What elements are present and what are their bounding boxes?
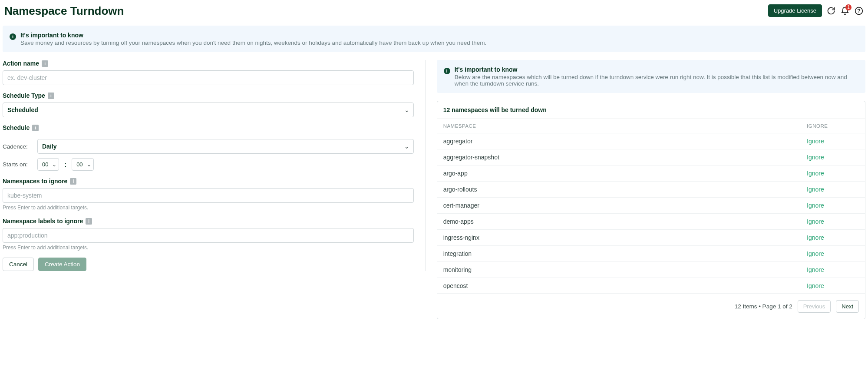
table-row: argo-appIgnore xyxy=(437,165,865,182)
namespaces-ignore-hint: Press Enter to add additional targets. xyxy=(3,205,414,211)
ignore-link[interactable]: Ignore xyxy=(807,282,824,289)
table-row: cert-managerIgnore xyxy=(437,198,865,214)
labels-ignore-hint: Press Enter to add additional targets. xyxy=(3,245,414,251)
info-icon[interactable]: i xyxy=(70,178,76,185)
ignore-link[interactable]: Ignore xyxy=(807,186,824,193)
table-row: integrationIgnore xyxy=(437,246,865,262)
pager-text: 12 Items • Page 1 of 2 xyxy=(735,303,792,310)
banner-desc: Save money and resources by turning off … xyxy=(20,40,486,46)
namespaces-panel: 12 namespaces will be turned down NAMESP… xyxy=(437,101,865,319)
table-row: demo-appsIgnore xyxy=(437,214,865,230)
notification-badge: 1 xyxy=(845,4,851,10)
namespace-cell: opencost xyxy=(443,282,807,289)
ignore-link[interactable]: Ignore xyxy=(807,138,824,145)
ignore-link[interactable]: Ignore xyxy=(807,234,824,241)
cadence-label: Cadence: xyxy=(3,143,32,150)
schedule-label: Schedule xyxy=(3,124,30,131)
info-icon[interactable]: i xyxy=(42,60,48,67)
info-icon[interactable]: i xyxy=(86,218,92,225)
help-icon[interactable] xyxy=(854,6,864,16)
starts-on-label: Starts on: xyxy=(3,161,32,168)
info-icon: i xyxy=(10,33,16,40)
namespace-cell: ingress-nginx xyxy=(443,234,807,241)
col-ignore: IGNORE xyxy=(807,123,859,129)
ignore-link[interactable]: Ignore xyxy=(807,250,824,257)
cancel-button[interactable]: Cancel xyxy=(3,258,34,271)
refresh-icon[interactable] xyxy=(826,6,836,16)
right-info-banner: i It's important to know Below are the n… xyxy=(437,60,865,93)
info-icon: i xyxy=(444,68,450,74)
time-separator: : xyxy=(64,161,66,168)
namespace-cell: integration xyxy=(443,250,807,257)
cadence-select[interactable]: Daily xyxy=(37,139,414,154)
info-icon[interactable]: i xyxy=(32,125,39,131)
right-banner-desc: Below are the namespaces which will be t… xyxy=(455,74,858,87)
namespace-cell: argo-rollouts xyxy=(443,186,807,193)
action-name-input[interactable] xyxy=(3,70,414,85)
start-minute-select[interactable]: 00 xyxy=(72,158,93,171)
info-icon[interactable]: i xyxy=(48,93,54,99)
upgrade-license-button[interactable]: Upgrade License xyxy=(768,4,822,17)
namespace-cell: argo-app xyxy=(443,170,807,177)
labels-ignore-input[interactable] xyxy=(3,228,414,243)
table-row: argo-rolloutsIgnore xyxy=(437,182,865,198)
table-row: aggregator-snapshotIgnore xyxy=(437,149,865,165)
schedule-type-label: Schedule Type xyxy=(3,92,45,99)
table-row: aggregatorIgnore xyxy=(437,133,865,149)
ignore-link[interactable]: Ignore xyxy=(807,202,824,209)
ignore-link[interactable]: Ignore xyxy=(807,266,824,273)
namespace-cell: monitoring xyxy=(443,266,807,273)
table-row: ingress-nginxIgnore xyxy=(437,230,865,246)
page-title: Namespace Turndown xyxy=(4,4,124,18)
namespace-cell: aggregator-snapshot xyxy=(443,154,807,161)
next-button[interactable]: Next xyxy=(836,300,859,313)
namespace-cell: demo-apps xyxy=(443,218,807,225)
namespaces-ignore-label: Namespaces to ignore xyxy=(3,178,67,185)
ignore-link[interactable]: Ignore xyxy=(807,154,824,161)
panel-header: 12 namespaces will be turned down xyxy=(437,101,865,119)
namespaces-ignore-input[interactable] xyxy=(3,188,414,203)
create-action-button[interactable]: Create Action xyxy=(38,258,86,271)
start-hour-select[interactable]: 00 xyxy=(37,158,59,171)
schedule-type-select[interactable]: Scheduled xyxy=(3,103,414,117)
previous-button[interactable]: Previous xyxy=(798,300,831,313)
ignore-link[interactable]: Ignore xyxy=(807,170,824,177)
table-row: opencostIgnore xyxy=(437,278,865,294)
table-row: monitoringIgnore xyxy=(437,262,865,278)
labels-ignore-label: Namespace labels to ignore xyxy=(3,218,83,225)
ignore-link[interactable]: Ignore xyxy=(807,218,824,225)
namespace-cell: cert-manager xyxy=(443,202,807,209)
top-info-banner: i It's important to know Save money and … xyxy=(3,26,865,52)
right-banner-title: It's important to know xyxy=(455,66,858,73)
col-namespace: NAMESPACE xyxy=(443,123,807,129)
banner-title: It's important to know xyxy=(20,32,486,39)
action-name-label: Action name xyxy=(3,60,39,67)
bell-icon[interactable]: 1 xyxy=(840,6,850,16)
namespace-cell: aggregator xyxy=(443,138,807,145)
